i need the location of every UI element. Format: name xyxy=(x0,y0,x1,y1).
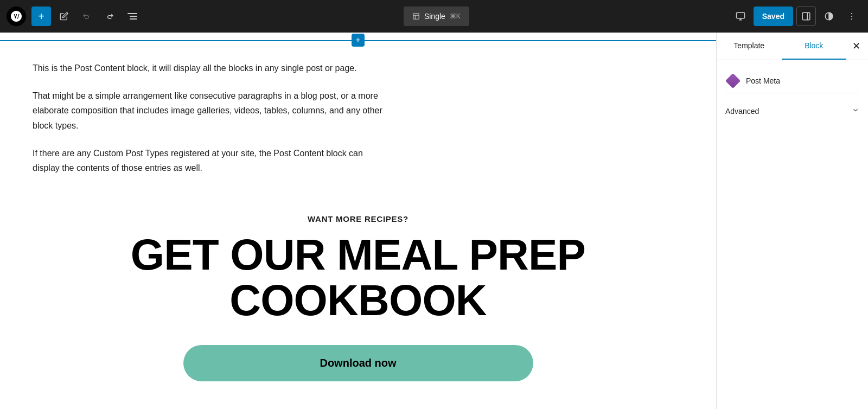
screen-icon xyxy=(736,11,745,21)
list-view-icon xyxy=(124,10,141,23)
sidebar-header: Template Block ✕ xyxy=(717,33,868,60)
insert-line: + xyxy=(0,33,716,48)
advanced-label: Advanced xyxy=(725,107,759,116)
add-block-button[interactable]: + xyxy=(31,7,51,26)
svg-rect-2 xyxy=(802,12,810,20)
cta-title: GET OUR MEAL PREP COOKBOOK xyxy=(0,232,716,323)
cta-section: WANT MORE RECIPES? GET OUR MEAL PREP COO… xyxy=(0,188,716,403)
post-content-para2: That might be a simple arrangement like … xyxy=(33,88,391,133)
sidebar: Template Block ✕ Post Meta Advanced xyxy=(716,33,868,409)
post-content-para3: If there are any Custom Post Types regis… xyxy=(33,146,391,175)
cta-subtitle: WANT MORE RECIPES? xyxy=(308,214,409,223)
wp-logo[interactable] xyxy=(7,7,26,26)
advanced-row[interactable]: Advanced xyxy=(725,100,859,122)
diamond-icon xyxy=(725,73,741,88)
more-icon xyxy=(847,11,857,21)
svg-point-5 xyxy=(851,16,852,17)
svg-point-4 xyxy=(851,13,852,14)
sidebar-content: Post Meta Advanced xyxy=(717,60,868,409)
block-meta-row: Post Meta xyxy=(725,69,859,93)
single-kbd: ⌘K xyxy=(450,12,461,20)
sidebar-toggle-icon xyxy=(801,11,811,21)
chevron-down-icon xyxy=(852,106,859,116)
toolbar-center: Single ⌘K xyxy=(145,7,727,26)
svg-rect-1 xyxy=(736,12,744,18)
tab-block[interactable]: Block xyxy=(782,33,847,60)
svg-rect-0 xyxy=(413,14,419,20)
contrast-button[interactable] xyxy=(819,7,839,26)
main-layout: + This is the Post Content block, it wil… xyxy=(0,33,868,409)
edit-button[interactable] xyxy=(54,7,74,26)
single-template-button[interactable]: Single ⌘K xyxy=(404,7,469,26)
post-content-block: This is the Post Content block, it will … xyxy=(0,48,423,175)
more-options-button[interactable] xyxy=(842,7,861,26)
saved-button[interactable]: Saved xyxy=(754,7,793,26)
block-meta-label: Post Meta xyxy=(746,76,780,85)
close-icon: ✕ xyxy=(852,40,860,52)
redo-button[interactable] xyxy=(100,7,119,26)
svg-point-6 xyxy=(851,18,852,20)
toolbar-right: Saved xyxy=(731,7,861,26)
sidebar-toggle-button[interactable] xyxy=(796,7,816,26)
screen-size-button[interactable] xyxy=(731,7,750,26)
undo-button[interactable] xyxy=(77,7,97,26)
post-meta-icon-container xyxy=(725,73,741,88)
single-label: Single xyxy=(424,12,445,21)
canvas-area[interactable]: + This is the Post Content block, it wil… xyxy=(0,33,716,409)
template-icon xyxy=(412,12,420,20)
post-content-para1: This is the Post Content block, it will … xyxy=(33,61,391,75)
tab-template[interactable]: Template xyxy=(717,33,782,60)
close-sidebar-button[interactable]: ✕ xyxy=(846,36,866,56)
download-now-button[interactable]: Download now xyxy=(183,345,533,381)
contrast-icon xyxy=(824,11,834,21)
list-view-button[interactable] xyxy=(123,7,142,26)
toolbar: + Single ⌘K xyxy=(0,0,868,33)
insert-block-button[interactable]: + xyxy=(352,34,365,47)
